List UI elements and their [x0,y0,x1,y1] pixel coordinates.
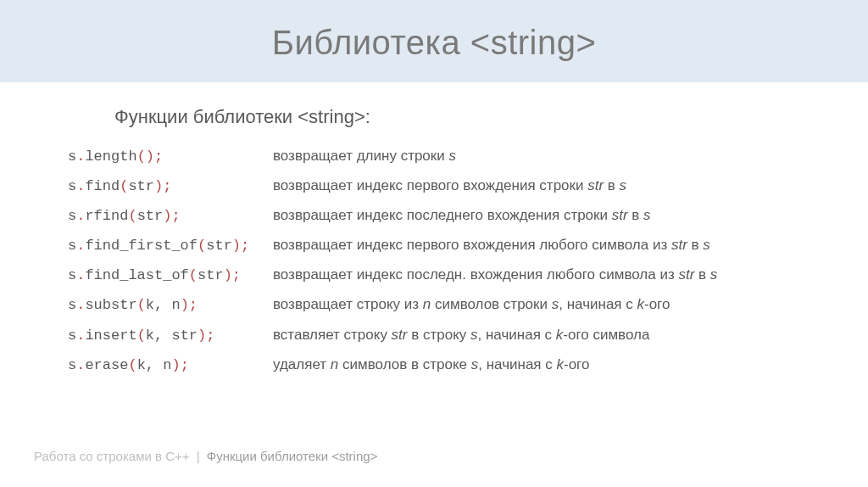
code-object: s [68,297,76,313]
desc-variable: s [471,356,479,372]
desc-text: -ого [644,296,670,312]
desc-text: вставляет строку [273,327,392,343]
desc-text: в [628,207,643,223]
breadcrumb: Работа со строками в C++ | Функции библи… [34,449,377,463]
code-object: s [68,267,76,283]
code-dot: . [76,267,85,283]
desc-text: возвращает индекс первого вхождения любо… [273,237,671,253]
desc-text: -ого [564,356,589,372]
code-semicolon: ; [232,267,241,283]
desc-variable: n [331,356,338,372]
subtitle: Функции библиотеки <string>: [114,106,817,128]
function-description: удаляет n символов в строке s, начиная с… [273,355,817,374]
code-semicolon: ; [189,297,198,313]
code-object: s [68,238,76,254]
desc-text: , начиная с [478,327,556,343]
desc-text: -ого символа [563,327,649,343]
function-signature: s.find(str); [68,178,263,194]
desc-text: возвращает индекс первого вхождения стро… [273,177,587,193]
code-dot: . [76,327,85,344]
code-semicolon: ; [241,238,249,254]
code-paren-open: ( [189,267,198,283]
code-method: insert [85,327,136,344]
desc-text: возвращает индекс последн. вхождения люб… [273,266,678,283]
code-args: str [206,238,232,254]
desc-text: символов строки [431,296,552,312]
code-paren-open: ( [128,357,136,373]
code-paren-close: ) [198,327,206,344]
function-description: возвращает индекс первого вхождения любо… [273,236,817,255]
desc-text: удаляет [273,356,331,372]
code-paren-open: ( [198,238,206,254]
code-paren-close: ) [232,238,241,254]
code-semicolon: ; [181,357,189,373]
code-paren-close: ) [171,357,180,373]
code-paren-close: ) [181,297,189,313]
function-description: вставляет строку str в строку s, начиная… [273,326,817,344]
function-description: возвращает длину строки s [273,147,817,165]
code-args: str [128,178,154,194]
code-semicolon: ; [163,178,171,194]
code-paren-open: ( [137,148,146,165]
desc-variable: str [671,237,687,253]
function-description: возвращает индекс последнего вхождения с… [273,206,817,225]
code-method: substr [85,297,136,313]
desc-variable: s [470,327,478,343]
function-signature: s.insert(k, str); [68,327,263,344]
code-paren-close: ) [224,267,232,283]
desc-variable: n [423,296,431,312]
desc-variable: s [710,266,718,283]
code-method: rfind [85,208,128,224]
desc-variable: s [703,237,710,253]
desc-text: символов в строке [338,356,470,372]
code-object: s [68,148,76,165]
breadcrumb-item: Работа со строками в C++ [34,449,189,463]
breadcrumb-sep: | [197,449,200,463]
desc-variable: s [643,207,651,223]
code-method: find [85,178,120,194]
code-args: k, n [146,297,181,313]
function-signature: s.rfind(str); [68,208,263,224]
desc-text: в [604,177,619,193]
content: Функции библиотеки <string>: s.length();… [0,82,868,374]
code-semicolon: ; [154,148,163,165]
code-object: s [68,327,76,344]
desc-variable: s [448,148,456,164]
code-method: erase [85,357,128,373]
desc-text: , начиная с [478,356,556,372]
code-paren-close: ) [146,148,154,165]
desc-text: в [694,266,709,283]
code-dot: . [76,357,85,373]
code-paren-open: ( [137,297,146,313]
code-dot: . [76,297,85,313]
desc-text: возвращает длину строки [273,148,448,164]
code-dot: . [76,208,85,224]
desc-variable: s [620,177,627,193]
function-signature: s.length(); [68,148,263,165]
function-description: возвращает строку из n символов строки s… [273,295,817,314]
desc-text: возвращает строку из [273,296,423,312]
code-dot: . [76,148,85,165]
function-signature: s.erase(k, n); [68,357,263,373]
desc-text: возвращает индекс последнего вхождения с… [273,207,612,223]
function-signature: s.find_last_of(str); [68,267,263,283]
code-method: length [85,148,136,165]
desc-variable: str [612,207,628,223]
code-dot: . [76,178,85,194]
code-args: str [137,208,164,224]
code-paren-open: ( [128,208,136,224]
page-title: Библиотека <string> [0,24,868,62]
code-semicolon: ; [171,208,180,224]
code-method: find_last_of [85,267,188,283]
function-signature: s.substr(k, n); [68,297,263,313]
code-dot: . [76,238,85,254]
desc-variable: str [392,327,408,343]
code-object: s [68,357,76,373]
code-semicolon: ; [206,327,214,344]
code-object: s [68,208,76,224]
desc-variable: k [637,296,644,312]
desc-variable: s [552,296,559,312]
desc-text: в строку [408,327,471,343]
desc-text: , начиная с [559,296,637,312]
code-paren-open: ( [137,327,146,344]
